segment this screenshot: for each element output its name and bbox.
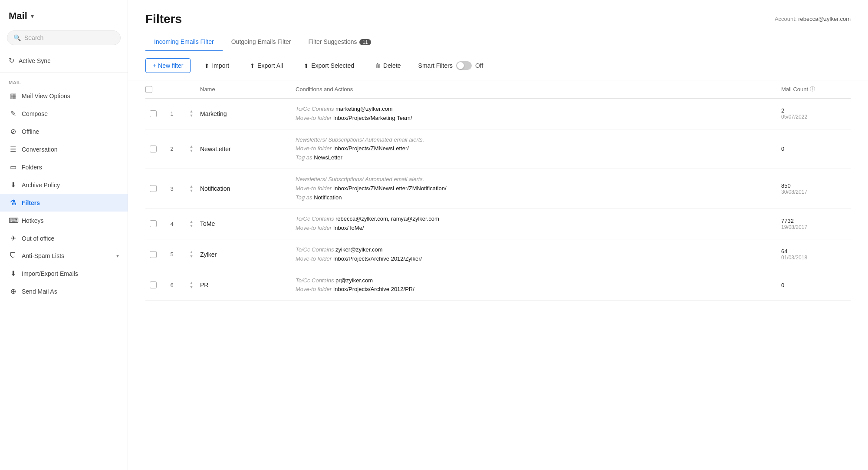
- row-checkbox: [145, 185, 161, 192]
- account-info: Account: rebecca@zylker.com: [775, 12, 851, 22]
- sidebar-items: ▦ Mail View Options ✎ Compose ⊘ Offline …: [0, 87, 128, 300]
- sidebar-item-hotkeys[interactable]: ⌨ Hotkeys: [0, 212, 128, 229]
- delete-label: Delete: [383, 62, 401, 69]
- row-select-checkbox[interactable]: [150, 220, 157, 227]
- arrow-down: ▼: [190, 224, 194, 228]
- mail-count-cell: 64 01/03/2018: [781, 248, 851, 261]
- row-checkbox: [145, 146, 161, 152]
- folders-icon: ▭: [9, 163, 17, 171]
- arrow-down: ▼: [190, 149, 194, 153]
- arrow-down: ▼: [190, 189, 194, 193]
- account-label: Account:: [775, 16, 798, 22]
- app-title-header[interactable]: Mail ▾: [0, 0, 128, 27]
- sort-arrows[interactable]: ▲ ▼: [183, 281, 200, 289]
- arrow-down: ▼: [190, 285, 194, 289]
- row-select-checkbox[interactable]: [150, 251, 157, 258]
- arrow-up: ▲: [190, 220, 194, 224]
- export-selected-button[interactable]: ⬆ Export Selected: [297, 59, 361, 73]
- search-placeholder: Search: [24, 34, 43, 41]
- tab-suggestions[interactable]: Filter Suggestions11: [299, 33, 379, 51]
- sort-arrows[interactable]: ▲ ▼: [183, 250, 200, 258]
- folders-label: Folders: [22, 164, 119, 171]
- send-mail-as-icon: ⊕: [9, 287, 17, 295]
- conversation-icon: ☰: [9, 145, 17, 153]
- sidebar-item-send-mail-as[interactable]: ⊕ Send Mail As: [0, 282, 128, 300]
- sidebar-item-anti-spam-lists[interactable]: ⛉ Anti-Spam Lists ▾: [0, 247, 128, 265]
- sort-arrows[interactable]: ▲ ▼: [183, 109, 200, 118]
- sidebar-item-archive-policy[interactable]: ⬇ Archive Policy: [0, 176, 128, 194]
- new-filter-label: + New filter: [153, 62, 183, 69]
- row-name: PR: [200, 281, 296, 288]
- out-of-office-label: Out of office: [22, 235, 119, 242]
- count-num: 2: [781, 107, 851, 114]
- sidebar-item-compose[interactable]: ✎ Compose: [0, 105, 128, 122]
- sidebar-item-filters[interactable]: ⚗ Filters: [0, 194, 128, 212]
- import-label: Import: [212, 62, 229, 69]
- sidebar-item-conversation[interactable]: ☰ Conversation: [0, 140, 128, 158]
- th-mail-count: Mail Count ⓘ: [781, 86, 851, 93]
- filters-table: Name Conditions and Actions Mail Count ⓘ…: [128, 80, 868, 470]
- new-filter-button[interactable]: + New filter: [145, 58, 191, 73]
- sort-arrows[interactable]: ▲ ▼: [183, 185, 200, 193]
- toggle-knob: [457, 62, 464, 69]
- filters-label: Filters: [22, 199, 119, 206]
- mail-count-info-icon[interactable]: ⓘ: [810, 86, 815, 93]
- tab-outgoing[interactable]: Outgoing Emails Filter: [223, 33, 300, 51]
- toggle-off-label: Off: [475, 62, 483, 69]
- export-selected-icon: ⬆: [304, 63, 309, 69]
- sidebar-item-mail-view-options[interactable]: ▦ Mail View Options: [0, 87, 128, 105]
- select-all-checkbox[interactable]: [145, 86, 152, 93]
- sidebar-item-folders[interactable]: ▭ Folders: [0, 158, 128, 176]
- sidebar-section-mail: MAIL: [0, 76, 128, 87]
- import-button[interactable]: ⬆ Import: [197, 59, 236, 73]
- row-num: 5: [161, 251, 183, 258]
- anti-spam-lists-chevron: ▾: [116, 253, 119, 259]
- sidebar-item-import-export-emails[interactable]: ⬇ Import/Export Emails: [0, 265, 128, 282]
- import-icon: ⬆: [204, 63, 209, 69]
- conditions-cell: Newsletters/ Subscriptions/ Automated em…: [296, 175, 781, 202]
- active-sync-item[interactable]: ↻ Active Sync: [0, 52, 128, 69]
- row-name: Marketing: [200, 110, 296, 117]
- row-select-checkbox[interactable]: [150, 281, 157, 288]
- arrow-up: ▲: [190, 185, 194, 189]
- row-name: ToMe: [200, 220, 296, 227]
- search-box[interactable]: 🔍 Search: [7, 30, 121, 45]
- row-select-checkbox[interactable]: [150, 185, 157, 192]
- anti-spam-lists-label: Anti-Spam Lists: [22, 252, 112, 259]
- export-selected-label: Export Selected: [311, 62, 354, 69]
- count-num: 0: [781, 282, 851, 288]
- sidebar-item-offline[interactable]: ⊘ Offline: [0, 122, 128, 140]
- delete-button[interactable]: 🗑 Delete: [368, 59, 408, 73]
- sort-arrows[interactable]: ▲ ▼: [183, 220, 200, 228]
- sidebar-item-out-of-office[interactable]: ✈ Out of office: [0, 229, 128, 247]
- count-date: 01/03/2018: [781, 255, 851, 261]
- conditions-cell: To/Cc Contains rebecca@zylker.com, ramya…: [296, 215, 781, 233]
- row-num: 3: [161, 185, 183, 192]
- tab-suggestions-badge: 11: [359, 39, 371, 45]
- mail-view-options-label: Mail View Options: [22, 93, 119, 99]
- table-rows: 1 ▲ ▼ Marketing To/Cc Contains marketing…: [145, 99, 851, 301]
- smart-filters-toggle[interactable]: [456, 61, 472, 70]
- send-mail-as-label: Send Mail As: [22, 288, 119, 295]
- arrow-up: ▲: [190, 109, 194, 113]
- arrow-up: ▲: [190, 145, 194, 149]
- arrow-down: ▼: [190, 255, 194, 258]
- sort-arrows[interactable]: ▲ ▼: [183, 145, 200, 153]
- out-of-office-icon: ✈: [9, 234, 17, 242]
- row-select-checkbox[interactable]: [150, 146, 157, 152]
- mail-count-cell: 850 30/08/2017: [781, 182, 851, 195]
- sidebar: Mail ▾ 🔍 Search ↻ Active Sync MAIL ▦ Mai…: [0, 0, 128, 470]
- tab-incoming[interactable]: Incoming Emails Filter: [145, 33, 223, 51]
- toolbar: + New filter ⬆ Import ⬆ Export All ⬆ Exp…: [128, 51, 868, 80]
- export-all-button[interactable]: ⬆ Export All: [243, 59, 290, 73]
- sidebar-divider: [0, 73, 128, 73]
- app-title: Mail: [9, 10, 27, 22]
- archive-policy-icon: ⬇: [9, 181, 17, 189]
- table-header: Name Conditions and Actions Mail Count ⓘ: [145, 80, 851, 99]
- row-num: 1: [161, 110, 183, 117]
- mail-count-cell: 0: [781, 146, 851, 152]
- row-select-checkbox[interactable]: [150, 110, 157, 117]
- mail-view-options-icon: ▦: [9, 92, 17, 100]
- compose-icon: ✎: [9, 109, 17, 118]
- delete-icon: 🗑: [375, 63, 381, 69]
